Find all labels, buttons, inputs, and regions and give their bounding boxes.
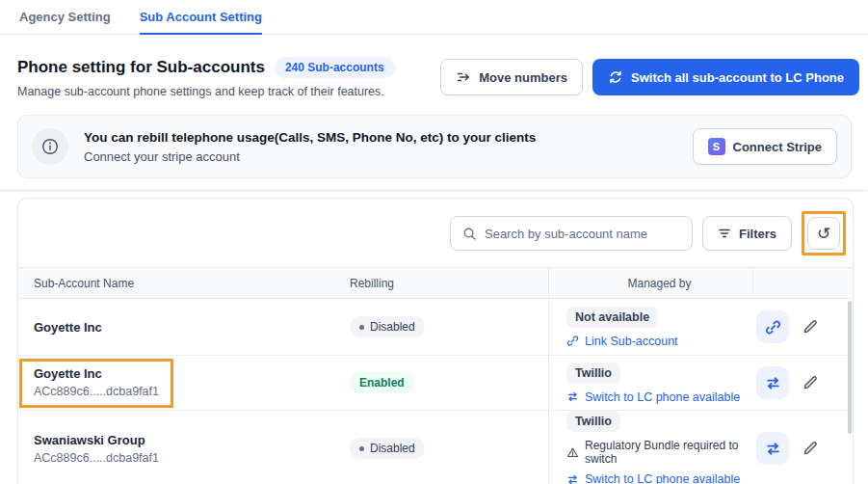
page-header: Phone setting for Sub-accounts 240 Sub-a… <box>0 35 868 98</box>
regulatory-warning: Regulatory Bundle required to switch <box>566 439 752 466</box>
switch-provider-button[interactable] <box>756 366 789 399</box>
switch-provider-button[interactable] <box>756 432 789 465</box>
swap-icon <box>566 390 579 403</box>
tab-agency-setting[interactable]: Agency Setting <box>19 10 111 34</box>
move-numbers-label: Move numbers <box>479 70 567 85</box>
link-sub-account-link[interactable]: Link Sub-account <box>566 335 752 348</box>
switch-all-lc-phone-button[interactable]: Switch all sub-account to LC Phone <box>592 59 859 95</box>
edit-button[interactable] <box>802 318 819 336</box>
connect-stripe-label: Connect Stripe <box>733 140 822 154</box>
edit-button[interactable] <box>802 374 819 391</box>
page-header-left: Phone setting for Sub-accounts 240 Sub-a… <box>17 57 395 98</box>
sub-account-id: ACc889c6.....dcba9faf1 <box>34 451 348 465</box>
col-header-actions <box>752 268 853 298</box>
link-icon <box>566 335 579 347</box>
search-input[interactable] <box>485 227 680 241</box>
status-dot <box>359 325 364 330</box>
rebilling-status-badge: Enabled <box>350 372 414 393</box>
filters-button[interactable]: Filters <box>702 216 792 251</box>
switch-lc-phone-link[interactable]: Switch to LC phone available <box>566 472 752 484</box>
page-title: Phone setting for Sub-accounts <box>17 58 265 77</box>
rebilling-status-label: Disabled <box>370 320 415 334</box>
swap-icon <box>566 473 579 484</box>
rebilling-status-badge: Disabled <box>350 316 425 337</box>
link-sub-account-label: Link Sub-account <box>585 335 678 348</box>
banner-title: You can rebill telephone usage(Calls, SM… <box>84 130 693 145</box>
filter-icon <box>718 227 731 240</box>
rebilling-status-badge: Disabled <box>350 438 425 459</box>
sync-icon <box>608 69 623 85</box>
refresh-icon: ↺ <box>817 226 830 242</box>
refresh-button[interactable]: ↺ <box>807 217 840 250</box>
warning-icon <box>566 446 579 459</box>
rebilling-status-label: Disabled <box>370 442 415 455</box>
sub-accounts-table-card: Filters ↺ Sub-Account Name Rebilling Man… <box>17 198 854 484</box>
switch-all-lc-phone-label: Switch all sub-account to LC Phone <box>631 70 844 85</box>
sub-account-name: Goyette Inc <box>34 366 159 381</box>
table-scrollbar[interactable] <box>848 301 852 434</box>
switch-lc-phone-link[interactable]: Switch to LC phone available <box>566 390 752 404</box>
managed-by-status: Twillio <box>566 363 620 384</box>
info-icon <box>32 128 68 165</box>
stripe-icon: S <box>708 138 725 155</box>
sub-account-count-badge: 240 Sub-accounts <box>275 57 395 78</box>
search-box[interactable] <box>450 216 693 251</box>
sub-account-name: Goyette Inc <box>34 320 348 335</box>
name-annotation-box: Goyette Inc ACc889c6.....dcba9faf1 <box>19 359 173 408</box>
banner-subtitle: Connect your stripe account <box>84 149 693 164</box>
phone-settings-page: Agency Setting Sub Account Setting Phone… <box>0 0 868 484</box>
refresh-annotation-box: ↺ <box>802 211 846 255</box>
table-header-row: Sub-Account Name Rebilling Managed by <box>18 267 853 299</box>
tab-sub-account-setting[interactable]: Sub Account Setting <box>140 10 262 35</box>
move-numbers-icon <box>456 69 471 85</box>
settings-tabbar: Agency Setting Sub Account Setting <box>0 0 868 35</box>
col-header-managed-by: Managed by <box>548 268 752 298</box>
col-header-sub-account-name: Sub-Account Name <box>18 277 348 290</box>
regulatory-warning-label: Regulatory Bundle required to switch <box>585 439 752 466</box>
search-icon <box>462 227 477 241</box>
sub-account-name: Swaniawski Group <box>34 433 348 447</box>
managed-by-status: Not available <box>566 307 658 328</box>
sub-account-id: ACc889c6.....dcba9faf1 <box>34 385 159 398</box>
managed-by-status: Twillio <box>566 411 620 432</box>
col-header-rebilling: Rebilling <box>348 277 548 290</box>
table-row: Goyette Inc ACc889c6.....dcba9faf1 Enabl… <box>18 356 853 411</box>
table-row: Goyette Inc Disabled Not available Link … <box>18 299 853 356</box>
edit-button[interactable] <box>802 440 819 457</box>
page-header-actions: Move numbers Switch all sub-account to L… <box>440 59 859 95</box>
switch-lc-phone-label: Switch to LC phone available <box>585 472 740 484</box>
table-toolbar: Filters ↺ <box>18 199 853 267</box>
connect-stripe-button[interactable]: S Connect Stripe <box>693 128 837 165</box>
rebilling-status-label: Enabled <box>359 376 405 390</box>
rebill-info-banner: You can rebill telephone usage(Calls, SM… <box>17 115 852 178</box>
status-dot <box>359 446 364 451</box>
page-subtitle: Manage sub-account phone settings and ke… <box>17 85 395 98</box>
link-sub-account-button[interactable] <box>756 310 789 343</box>
table-row: Swaniawski Group ACc889c6.....dcba9faf1 … <box>18 411 853 484</box>
banner-text: You can rebill telephone usage(Calls, SM… <box>84 130 693 164</box>
move-numbers-button[interactable]: Move numbers <box>440 59 583 95</box>
filters-label: Filters <box>739 227 776 241</box>
switch-lc-phone-label: Switch to LC phone available <box>585 390 740 404</box>
section-divider <box>0 190 868 191</box>
